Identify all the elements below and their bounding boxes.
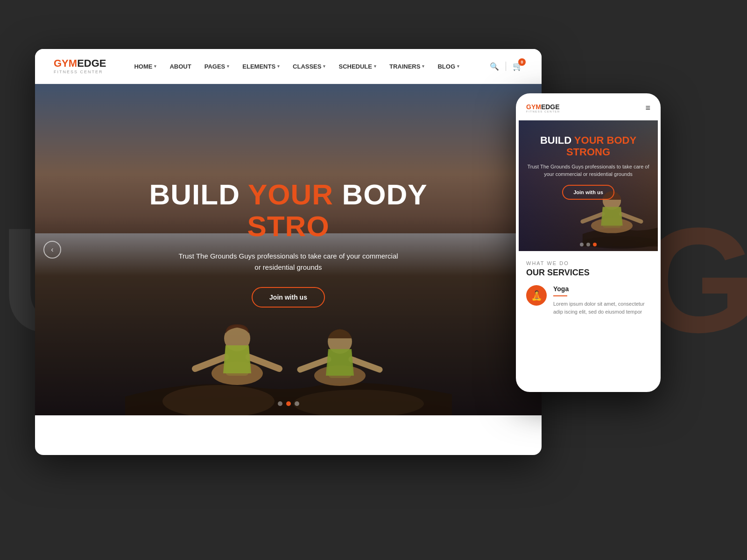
desktop-hero: BUILD YOUR BODY STRO Trust The Grounds G… [35,84,542,415]
desktop-logo: GYMEDGE FITNESS CENTER [54,58,106,74]
nav-trainers[interactable]: TRAINERS ▾ [389,63,424,70]
mobile-nav: GYMEDGE FITNESS CENTER ≡ [519,96,658,120]
yoga-icon: 🧘 [531,290,543,301]
nav-pages[interactable]: PAGES ▾ [204,63,230,70]
hero-title: BUILD YOUR BODY STRO [125,179,452,242]
hamburger-icon[interactable]: ≡ [645,103,650,113]
mobile-dot-3[interactable] [593,243,597,246]
mobile-logo-edge: EDGE [541,103,560,111]
mobile-services: What We Do OUR SERVICES 🧘 Yoga Lorem ips… [519,251,658,325]
yoga-description: Lorem ipsum dolor sit amet, consectetur … [553,300,650,315]
nav-elements[interactable]: ELEMENTS ▾ [242,63,280,70]
yoga-underline [553,295,567,296]
service-yoga-content: Yoga Lorem ipsum dolor sit amet, consect… [553,285,650,315]
mobile-hero-content: BUILD YOUR BODYSTRONG Trust The Grounds … [526,134,650,200]
yoga-name: Yoga [553,285,650,293]
service-yoga: 🧘 Yoga Lorem ipsum dolor sit amet, conse… [526,285,650,315]
logo-edge-text: EDGE [77,57,106,69]
nav-divider [506,62,506,71]
mobile-logo: GYMEDGE FITNESS CENTER [526,104,560,113]
nav-schedule[interactable]: SCHEDULE ▾ [338,63,376,70]
dot-3[interactable] [295,401,299,406]
prev-arrow[interactable]: ‹ [43,241,61,259]
mobile-slider-dots [580,243,597,246]
nav-classes[interactable]: CLASSES ▾ [293,63,325,70]
nav-about[interactable]: ABOUT [169,63,191,70]
nav-icons: 🔍 🛒 0 [490,61,523,71]
desktop-menu: HOME ▾ ABOUT PAGES ▾ ELEMENTS ▾ CLASSES … [134,63,490,70]
slider-dots [278,401,299,406]
cart-icon[interactable]: 🛒 0 [513,61,523,71]
desktop-mockup: GYMEDGE FITNESS CENTER HOME ▾ ABOUT PAGE… [35,49,542,455]
desktop-nav: GYMEDGE FITNESS CENTER HOME ▾ ABOUT PAGE… [35,49,542,84]
logo-subtitle: FITNESS CENTER [54,70,106,74]
nav-home[interactable]: HOME ▾ [134,63,156,70]
hero-content: BUILD YOUR BODY STRO Trust The Grounds G… [125,179,452,308]
hero-subtitle: Trust The Grounds Guys professionals to … [176,251,401,273]
dot-2[interactable] [286,401,291,406]
mobile-mockup: GYMEDGE FITNESS CENTER ≡ BUILD YOUR BODY… [516,93,661,392]
mobile-hero-title: BUILD YOUR BODYSTRONG [526,134,650,158]
services-title: OUR SERVICES [526,268,650,278]
yoga-icon-circle: 🧘 [526,285,547,306]
mobile-logo-gym: GYM [526,103,541,111]
join-button[interactable]: Join with us [252,287,325,308]
logo-gym-text: GYM [54,57,77,69]
dot-1[interactable] [278,401,282,406]
search-icon[interactable]: 🔍 [490,62,499,71]
mobile-join-button[interactable]: Join with us [562,185,614,200]
mobile-dot-1[interactable] [580,243,584,246]
mobile-dot-2[interactable] [586,243,590,246]
nav-blog[interactable]: BLOG ▾ [437,63,459,70]
mobile-hero: BUILD YOUR BODYSTRONG Trust The Grounds … [519,120,658,251]
mobile-logo-subtitle: FITNESS CENTER [526,110,560,113]
services-label: What We Do [526,260,650,266]
cart-badge: 0 [518,58,526,66]
mobile-hero-subtitle: Trust The Grounds Guys professionals to … [526,163,650,178]
